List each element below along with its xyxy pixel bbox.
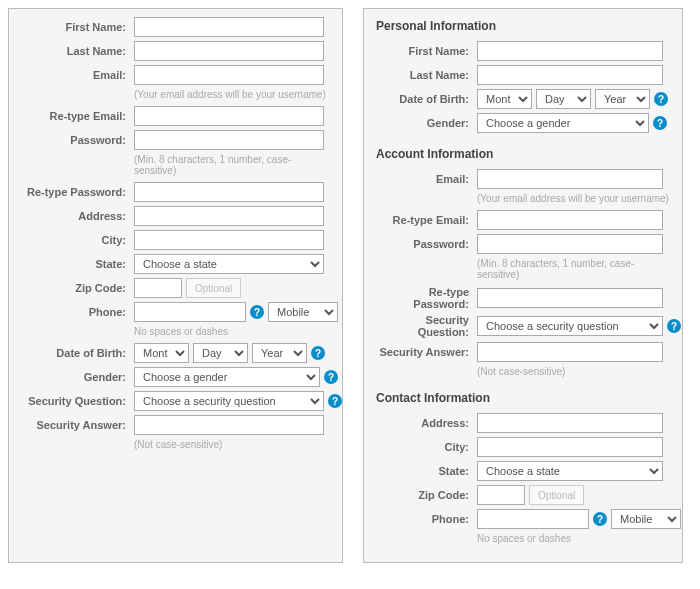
section-contact-title: Contact Information (376, 391, 672, 405)
email-hint: (Your email address will be your usernam… (477, 193, 672, 204)
help-icon[interactable]: ? (653, 116, 667, 130)
security-answer-label: Security Answer: (374, 346, 477, 358)
dob-day-select[interactable]: Day (536, 89, 591, 109)
dob-day-select[interactable]: Day (193, 343, 248, 363)
state-select[interactable]: Choose a state (477, 461, 663, 481)
security-answer-input[interactable] (477, 342, 663, 362)
retype-password-label: Re-type Password: (374, 286, 477, 310)
last-name-label: Last Name: (19, 45, 134, 57)
zip-input[interactable] (134, 278, 182, 298)
city-input[interactable] (134, 230, 324, 250)
dob-year-select[interactable]: Year (595, 89, 650, 109)
dob-label: Date of Birth: (19, 347, 134, 359)
first-name-input[interactable] (134, 17, 324, 37)
zip-optional-button[interactable]: Optional (529, 485, 584, 505)
address-label: Address: (374, 417, 477, 429)
phone-type-select[interactable]: Mobile (611, 509, 681, 529)
email-label: Email: (374, 173, 477, 185)
address-input[interactable] (134, 206, 324, 226)
security-answer-label: Security Answer: (19, 419, 134, 431)
security-answer-hint: (Not case-sensitive) (134, 439, 332, 450)
city-label: City: (19, 234, 134, 246)
state-label: State: (374, 465, 477, 477)
password-label: Password: (19, 134, 134, 146)
zip-input[interactable] (477, 485, 525, 505)
password-hint: (Min. 8 characters, 1 number, case-sensi… (134, 154, 332, 176)
retype-email-label: Re-type Email: (19, 110, 134, 122)
security-question-select[interactable]: Choose a security question (477, 316, 663, 336)
state-label: State: (19, 258, 134, 270)
help-icon[interactable]: ? (593, 512, 607, 526)
dob-month-select[interactable]: Month (477, 89, 532, 109)
section-account-title: Account Information (376, 147, 672, 161)
last-name-label: Last Name: (374, 69, 477, 81)
retype-email-input[interactable] (477, 210, 663, 230)
help-icon[interactable]: ? (250, 305, 264, 319)
retype-email-input[interactable] (134, 106, 324, 126)
security-question-label: Security Question: (374, 314, 477, 338)
retype-email-label: Re-type Email: (374, 214, 477, 226)
email-input[interactable] (134, 65, 324, 85)
password-input[interactable] (477, 234, 663, 254)
security-question-label: Security Question: (19, 395, 134, 407)
state-select[interactable]: Choose a state (134, 254, 324, 274)
phone-hint: No spaces or dashes (477, 533, 672, 544)
gender-select[interactable]: Choose a gender (477, 113, 649, 133)
password-hint: (Min. 8 characters, 1 number, case-sensi… (477, 258, 672, 280)
email-hint: (Your email address will be your usernam… (134, 89, 332, 100)
zip-label: Zip Code: (374, 489, 477, 501)
help-icon[interactable]: ? (324, 370, 338, 384)
email-label: Email: (19, 69, 134, 81)
retype-password-input[interactable] (477, 288, 663, 308)
phone-type-select[interactable]: Mobile (268, 302, 338, 322)
address-input[interactable] (477, 413, 663, 433)
gender-label: Gender: (19, 371, 134, 383)
retype-password-input[interactable] (134, 182, 324, 202)
password-label: Password: (374, 238, 477, 250)
dob-label: Date of Birth: (374, 93, 477, 105)
security-answer-hint: (Not case-sensitive) (477, 366, 672, 377)
gender-label: Gender: (374, 117, 477, 129)
phone-input[interactable] (477, 509, 589, 529)
phone-hint: No spaces or dashes (134, 326, 332, 337)
password-input[interactable] (134, 130, 324, 150)
phone-label: Phone: (19, 306, 134, 318)
help-icon[interactable]: ? (311, 346, 325, 360)
gender-select[interactable]: Choose a gender (134, 367, 320, 387)
dob-year-select[interactable]: Year (252, 343, 307, 363)
phone-input[interactable] (134, 302, 246, 322)
sectioned-form-panel: Personal Information First Name: Last Na… (363, 8, 683, 563)
last-name-input[interactable] (134, 41, 324, 61)
help-icon[interactable]: ? (654, 92, 668, 106)
security-answer-input[interactable] (134, 415, 324, 435)
email-input[interactable] (477, 169, 663, 189)
dob-month-select[interactable]: Month (134, 343, 189, 363)
zip-label: Zip Code: (19, 282, 134, 294)
security-question-select[interactable]: Choose a security question (134, 391, 324, 411)
section-personal-title: Personal Information (376, 19, 672, 33)
city-label: City: (374, 441, 477, 453)
help-icon[interactable]: ? (667, 319, 681, 333)
first-name-label: First Name: (19, 21, 134, 33)
phone-label: Phone: (374, 513, 477, 525)
address-label: Address: (19, 210, 134, 222)
zip-optional-button[interactable]: Optional (186, 278, 241, 298)
flat-form-panel: First Name: Last Name: Email: (Your emai… (8, 8, 343, 563)
help-icon[interactable]: ? (328, 394, 342, 408)
first-name-label: First Name: (374, 45, 477, 57)
last-name-input[interactable] (477, 65, 663, 85)
retype-password-label: Re-type Password: (19, 186, 134, 198)
city-input[interactable] (477, 437, 663, 457)
first-name-input[interactable] (477, 41, 663, 61)
